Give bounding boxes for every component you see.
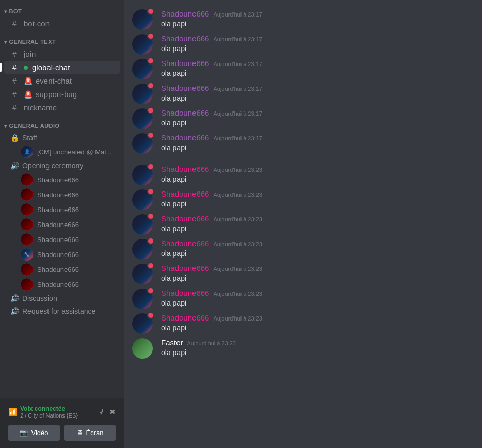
message-timestamp: Aujourd'hui à 23:23 — [187, 340, 236, 346]
voice-member-cm[interactable]: 👤 [CM] uncheated @ Mat... — [4, 145, 120, 159]
message-timestamp: Aujourd'hui à 23:17 — [213, 135, 262, 141]
message-text: ola papi — [161, 69, 474, 78]
mute-button[interactable]: 🎙 — [98, 408, 105, 416]
message-username[interactable]: Shadoune666 — [161, 108, 209, 117]
avatar-decoration — [147, 287, 154, 294]
deafen-button[interactable]: ✖ — [109, 408, 116, 416]
chevron-down-icon: ▾ — [4, 39, 7, 45]
message-header: Shadoune666 Aujourd'hui à 23:23 — [161, 239, 474, 248]
chevron-down-icon: ▾ — [4, 123, 7, 129]
message-content: Shadoune666 Aujourd'hui à 23:23 ola papi — [161, 189, 474, 210]
avatar — [21, 233, 33, 246]
channel-event-chat[interactable]: # 🚨 event-chat — [4, 74, 120, 87]
message-content: Shadoune666 Aujourd'hui à 23:17 ola papi — [161, 34, 474, 55]
voice-member-3[interactable]: Shadoune666 — [4, 202, 120, 217]
message-text: ola papi — [161, 174, 474, 184]
message-username[interactable]: Shadoune666 — [161, 84, 209, 92]
message-timestamp: Aujourd'hui à 23:17 — [213, 36, 262, 42]
avatar — [132, 338, 153, 359]
message-username[interactable]: Faster — [161, 338, 183, 347]
avatar — [132, 239, 153, 260]
channel-global-chat[interactable]: # global-chat — [4, 61, 120, 74]
message-username[interactable]: Shadoune666 — [161, 59, 209, 68]
video-button[interactable]: 📷 Vidéo — [8, 425, 60, 441]
avatar-decoration — [147, 163, 154, 170]
message-username[interactable]: Shadoune666 — [161, 189, 209, 198]
voice-channel-staff[interactable]: 🔒 Staff — [4, 132, 120, 144]
message-content: Shadoune666 Aujourd'hui à 23:23 ola papi — [161, 264, 474, 284]
message-timestamp: Aujourd'hui à 23:23 — [213, 291, 262, 297]
voice-channel-opening-ceremony[interactable]: 🔊 Opening ceremony — [4, 159, 120, 172]
avatar — [132, 264, 153, 284]
avatar-decoration — [147, 57, 154, 65]
speaker-icon: 🔊 — [10, 307, 19, 315]
channel-nickname[interactable]: # nickname — [4, 101, 120, 114]
avatar — [21, 278, 33, 291]
voice-member-4[interactable]: Shadoune666 — [4, 217, 120, 232]
channel-support-bug[interactable]: # 🚨 support-bug — [4, 88, 120, 101]
avatar — [21, 173, 33, 186]
message-content: Shadoune666 Aujourd'hui à 23:23 ola papi — [161, 313, 474, 334]
message-content: Shadoune666 Aujourd'hui à 23:23 ola papi — [161, 165, 474, 185]
message-group: Shadoune666 Aujourd'hui à 23:17 ola papi — [132, 58, 474, 81]
voice-connected-icon: 📶 — [8, 408, 17, 416]
message-header: Shadoune666 Aujourd'hui à 23:17 — [161, 59, 474, 68]
message-content: Shadoune666 Aujourd'hui à 23:17 ola papi — [161, 9, 474, 30]
message-timestamp: Aujourd'hui à 23:17 — [213, 61, 262, 67]
sidebar: ▾ BOT # bot-con ▾ GENERAL TEXT # join # … — [0, 0, 124, 448]
message-text: ola papi — [161, 19, 474, 29]
avatar-decoration — [147, 132, 154, 139]
channel-bot-con[interactable]: # bot-con — [4, 17, 120, 30]
screen-share-button[interactable]: 🖥 Écran — [64, 425, 116, 441]
category-general-text[interactable]: ▾ GENERAL TEXT — [0, 30, 124, 47]
avatar — [132, 133, 153, 154]
message-group: Shadoune666 Aujourd'hui à 23:23 ola papi — [132, 164, 474, 186]
screen-icon: 🖥 — [76, 429, 83, 437]
message-username[interactable]: Shadoune666 — [161, 313, 209, 322]
message-username[interactable]: Shadoune666 — [161, 214, 209, 223]
voice-member-5[interactable]: Shadoune666 — [4, 232, 120, 247]
message-group: Shadoune666 Aujourd'hui à 23:17 ola papi — [132, 107, 474, 130]
voice-member-7[interactable]: Shadoune666 — [4, 262, 120, 277]
channel-join[interactable]: # join — [4, 47, 120, 60]
sidebar-media-buttons: 📷 Vidéo 🖥 Écran — [4, 422, 120, 444]
message-text: ola papi — [161, 224, 474, 234]
message-text: ola papi — [161, 249, 474, 259]
avatar — [132, 289, 153, 309]
voice-member-8[interactable]: Shadoune666 — [4, 277, 120, 292]
hash-icon: # — [12, 50, 21, 58]
voice-connected-status: 📶 Voix connectée 2 / City of Nations {ES… — [4, 402, 120, 422]
category-bot[interactable]: ▾ BOT — [0, 0, 124, 17]
voice-channel-request[interactable]: 🔊 Request for assistance — [4, 305, 120, 317]
avatar-decoration — [147, 188, 154, 195]
voice-member-1[interactable]: Shadoune666 — [4, 172, 120, 187]
category-general-audio[interactable]: ▾ GENERAL AUDIO — [0, 115, 124, 131]
voice-member-6[interactable]: 🔧 Shadoune666 — [4, 247, 120, 262]
avatar-decoration — [147, 8, 154, 15]
video-icon: 📷 — [20, 429, 28, 437]
avatar-decoration — [147, 107, 154, 114]
message-text: ola papi — [161, 348, 474, 358]
voice-channel-discussion[interactable]: 🔊 Discussion — [4, 292, 120, 305]
message-username[interactable]: Shadoune666 — [161, 239, 209, 248]
message-username[interactable]: Shadoune666 — [161, 9, 209, 18]
message-header: Shadoune666 Aujourd'hui à 23:17 — [161, 108, 474, 117]
message-content: Shadoune666 Aujourd'hui à 23:17 ola papi — [161, 59, 474, 79]
event-emoji-icon: 🚨 — [24, 77, 33, 85]
message-header: Shadoune666 Aujourd'hui à 23:17 — [161, 84, 474, 92]
avatar — [132, 313, 153, 334]
message-username[interactable]: Shadoune666 — [161, 34, 209, 43]
message-text: ola papi — [161, 44, 474, 54]
voice-connected-server: 2 / City of Nations {ES} — [20, 412, 95, 419]
avatar — [132, 84, 153, 104]
avatar-decoration — [147, 262, 154, 269]
message-username[interactable]: Shadoune666 — [161, 165, 209, 173]
message-username[interactable]: Shadoune666 — [161, 264, 209, 273]
message-username[interactable]: Shadoune666 — [161, 289, 209, 297]
voice-connected-info: Voix connectée 2 / City of Nations {ES} — [20, 405, 95, 419]
message-username[interactable]: Shadoune666 — [161, 133, 209, 142]
message-group: Shadoune666 Aujourd'hui à 23:17 ola papi — [132, 33, 474, 56]
message-text: ola papi — [161, 323, 474, 333]
voice-member-2[interactable]: Shadoune666 — [4, 187, 120, 202]
message-header: Shadoune666 Aujourd'hui à 23:23 — [161, 313, 474, 322]
